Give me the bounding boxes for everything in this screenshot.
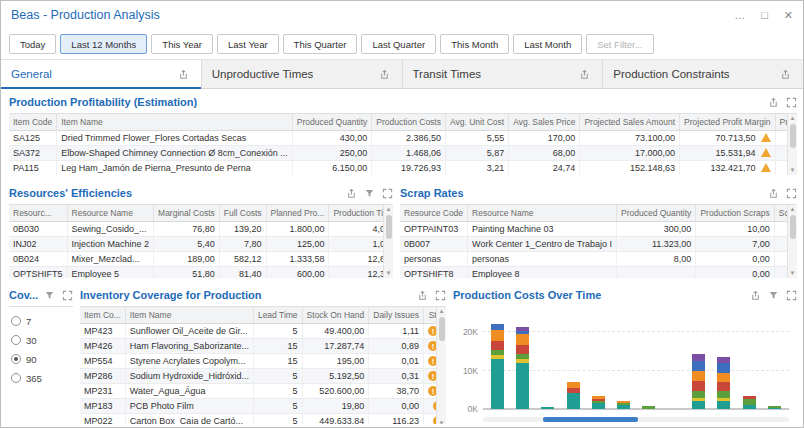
- table-row[interactable]: SA125Dried Trimmed Flower_Flores Cortada…: [9, 130, 797, 145]
- filter-button-set-filter[interactable]: Set Filter...: [586, 34, 653, 54]
- filter-button-this-quarter[interactable]: This Quarter: [283, 34, 358, 54]
- expand-icon[interactable]: [435, 290, 446, 301]
- column-header-projected-profit-margin[interactable]: Projected Profit Margin: [680, 114, 775, 130]
- tab-production-constraints[interactable]: Production Constraints: [603, 60, 803, 88]
- export-icon[interactable]: [346, 188, 357, 199]
- column-header-item-name[interactable]: Item Name: [57, 114, 293, 130]
- table-row[interactable]: MP286Sodium Hydroxide_Hidróxid...55.192,…: [80, 368, 446, 383]
- scrollbar-thumb[interactable]: [790, 124, 796, 148]
- table-row[interactable]: 0B030Sewing_Cosido_...76,80139,201.800,0…: [9, 221, 393, 236]
- column-header-avg-sales-price[interactable]: Avg. Sales Price: [509, 114, 580, 130]
- scroll-down-icon[interactable]: ▼: [790, 167, 796, 174]
- stacked-bar[interactable]: [642, 406, 655, 410]
- vertical-scrollbar[interactable]: ▲▼: [787, 114, 797, 175]
- filter-button-this-month[interactable]: This Month: [440, 34, 509, 54]
- stacked-bar[interactable]: [717, 357, 730, 409]
- filter-button-this-year[interactable]: This Year: [151, 34, 213, 54]
- column-header-daily-issues[interactable]: Daily Issues: [369, 307, 424, 323]
- column-header-planned-pro[interactable]: Planned Pro...: [266, 205, 329, 221]
- export-icon[interactable]: [780, 69, 791, 80]
- scroll-down-icon[interactable]: ▼: [439, 420, 445, 424]
- tab-general[interactable]: General: [1, 60, 202, 88]
- vertical-scrollbar[interactable]: ▲▼: [383, 205, 393, 278]
- column-header-item-name[interactable]: Item Name: [125, 307, 253, 323]
- stacked-bar[interactable]: [768, 406, 781, 409]
- stacked-bar[interactable]: [516, 327, 529, 409]
- column-header-produced-quantity[interactable]: Produced Quantity: [292, 114, 371, 130]
- stacked-bar[interactable]: [592, 396, 605, 409]
- filter-icon[interactable]: [364, 188, 375, 199]
- coverage-option-90[interactable]: 90: [11, 351, 71, 367]
- scroll-up-icon[interactable]: ▲: [439, 308, 445, 315]
- scroll-up-icon[interactable]: ▲: [386, 206, 392, 213]
- expand-icon[interactable]: [786, 290, 797, 301]
- column-header-full-costs[interactable]: Full Costs: [219, 205, 266, 221]
- vertical-scrollbar[interactable]: ▲▼: [787, 205, 797, 278]
- expand-icon[interactable]: [786, 97, 797, 108]
- column-header-projected-sales-amount[interactable]: Projected Sales Amount: [580, 114, 680, 130]
- filter-button-today[interactable]: Today: [9, 34, 56, 54]
- coverage-option-365[interactable]: 365: [11, 370, 71, 386]
- column-header-avg-unit-cost[interactable]: Avg. Unit Cost: [445, 114, 508, 130]
- window-close-button[interactable]: ✕: [784, 10, 793, 21]
- vertical-scrollbar[interactable]: ▲▼: [436, 307, 446, 424]
- column-header-item-code[interactable]: Item Code: [9, 114, 57, 130]
- expand-icon[interactable]: [382, 188, 393, 199]
- scroll-up-icon[interactable]: ▲: [790, 206, 796, 213]
- filter-button-last-year[interactable]: Last Year: [217, 34, 279, 54]
- filter-button-last-quarter[interactable]: Last Quarter: [361, 34, 436, 54]
- column-header-produced-quantity[interactable]: Produced Quantity: [616, 205, 695, 221]
- column-header-item-co[interactable]: Item Co...: [80, 307, 125, 323]
- coverage-option-30[interactable]: 30: [11, 332, 71, 348]
- export-icon[interactable]: [579, 69, 590, 80]
- table-row[interactable]: 0B024Mixer_Mezclad...189,00582,121.333,5…: [9, 251, 393, 266]
- scrollbar-thumb[interactable]: [386, 215, 392, 239]
- chart-scrollbar[interactable]: [483, 417, 789, 422]
- table-row[interactable]: MP022Carton Box_Caja de Cartó...5449.633…: [80, 413, 446, 424]
- stacked-bar[interactable]: [692, 354, 705, 409]
- export-icon[interactable]: [750, 290, 761, 301]
- table-row[interactable]: OPTSHIFT5Employee 551,8081,40600,0012,33…: [9, 266, 393, 278]
- expand-icon[interactable]: [62, 290, 73, 301]
- table-row[interactable]: PA115Leg Ham_Jamón de Pierna_Presunto de…: [9, 160, 797, 175]
- coverage-option-7[interactable]: 7: [11, 313, 71, 329]
- window-maximize-button[interactable]: □: [761, 10, 768, 21]
- table-row[interactable]: INJ02Injection Machine 25,407,80125,001,…: [9, 236, 393, 251]
- tab-transit-times[interactable]: Transit Times: [403, 60, 604, 88]
- scrollbar-thumb[interactable]: [439, 317, 445, 341]
- table-row[interactable]: OPTSHIFT8Employee 80,00✓%0,00: [400, 266, 797, 278]
- table-row[interactable]: OPTPAINT03Painting Machine 03300,0010,00…: [400, 221, 797, 236]
- tab-unproductive-times[interactable]: Unproductive Times: [202, 60, 403, 88]
- table-row[interactable]: MP423Sunflower Oil_Aceite de Gir...549.4…: [80, 323, 446, 338]
- stacked-bar[interactable]: [491, 324, 504, 409]
- stacked-bar[interactable]: [743, 396, 756, 409]
- export-icon[interactable]: [768, 188, 779, 199]
- table-row[interactable]: MP183PCB Photo Film519,800,00!8.910,00: [80, 398, 446, 413]
- scroll-up-icon[interactable]: ▲: [790, 115, 796, 122]
- stacked-bar[interactable]: [567, 382, 580, 409]
- filter-icon[interactable]: [44, 290, 55, 301]
- column-header-resource-code[interactable]: Resource Code: [400, 205, 468, 221]
- chart-scrollbar-thumb[interactable]: [543, 417, 638, 422]
- column-header-resource-name[interactable]: Resource Name: [67, 205, 154, 221]
- table-row[interactable]: MP554Styrene Acrylates Copolym...15195,0…: [80, 353, 446, 368]
- stacked-bar[interactable]: [617, 401, 630, 409]
- column-header-resource-name[interactable]: Resource Name: [468, 205, 617, 221]
- scroll-down-icon[interactable]: ▼: [386, 270, 392, 277]
- column-header-resourc[interactable]: Resourc...: [9, 205, 67, 221]
- scrollbar-thumb[interactable]: [790, 215, 796, 239]
- column-header-production-scraps[interactable]: Production Scraps: [696, 205, 774, 221]
- export-icon[interactable]: [379, 69, 390, 80]
- filter-icon[interactable]: [768, 290, 779, 301]
- export-icon[interactable]: [768, 97, 779, 108]
- table-row[interactable]: personaspersonas8,000,00✓%0,00: [400, 251, 797, 266]
- filter-button-last-month[interactable]: Last Month: [513, 34, 582, 54]
- expand-icon[interactable]: [786, 188, 797, 199]
- column-header-stock-on-hand[interactable]: Stock On Hand: [302, 307, 369, 323]
- scroll-down-icon[interactable]: ▼: [790, 270, 796, 277]
- export-icon[interactable]: [178, 69, 189, 80]
- column-header-lead-time[interactable]: Lead Time: [253, 307, 302, 323]
- stacked-bar[interactable]: [541, 407, 554, 409]
- table-row[interactable]: MP231Water_Agua_Água5520.600,0038,70!13.…: [80, 383, 446, 398]
- column-header-marginal-costs[interactable]: Marginal Costs: [154, 205, 220, 221]
